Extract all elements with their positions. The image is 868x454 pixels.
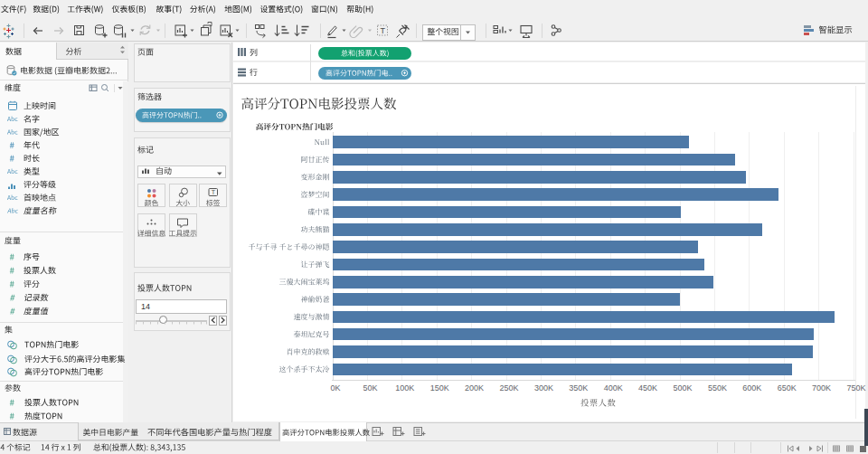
svg-text:T: T <box>381 26 386 35</box>
svg-text:T: T <box>212 189 216 195</box>
